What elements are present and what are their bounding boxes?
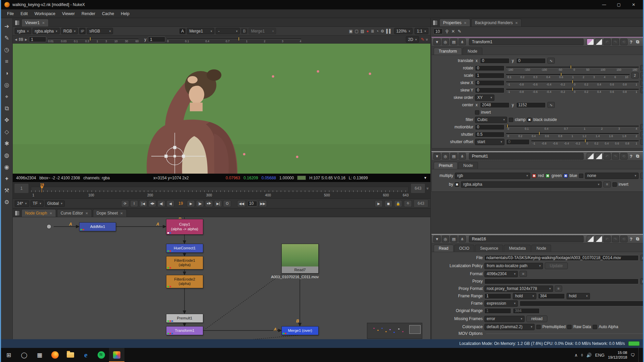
edit-pencil-icon[interactable]: ✎ [458, 29, 461, 34]
search-icon[interactable]: ◯ [16, 348, 32, 362]
toolbar-icon[interactable]: ◉ [1, 162, 12, 173]
collapse-chevron-icon[interactable]: » [425, 38, 430, 41]
tab-close-icon[interactable]: ✕ [42, 21, 45, 25]
record-icon[interactable]: ◼ [384, 200, 392, 207]
undo-icon[interactable]: ↶ [603, 236, 611, 242]
frame-increment-field[interactable]: 10 [247, 201, 257, 206]
proxy-scale-dropdown[interactable]: 1:1▾ [415, 28, 428, 34]
gamma-icon[interactable]: ◔ [376, 29, 379, 34]
localization-policy-dropdown[interactable]: from auto-localize path▾ [484, 263, 543, 269]
menu-item[interactable]: File [4, 10, 17, 17]
tab-node[interactable]: Node [531, 245, 551, 252]
wipe-mode-dropdown[interactable]: -▾ [216, 28, 240, 34]
toolbar-icon[interactable]: ✱ [1, 138, 12, 149]
toolbar-icon[interactable]: ≡ [1, 56, 12, 67]
menu-item[interactable]: Render [78, 10, 99, 17]
node-color-swatch[interactable] [587, 39, 594, 45]
node-read7[interactable]: Read7 [281, 244, 319, 274]
network-icon[interactable]: ⬨ [581, 352, 583, 358]
file-explorer-icon[interactable] [63, 348, 78, 362]
gain-next-icon[interactable]: ▶ [25, 38, 27, 41]
gamma-input[interactable]: 1 [148, 37, 165, 42]
transport-button[interactable]: ▶ [187, 200, 195, 207]
frame-range-in-field[interactable]: 1 [484, 293, 511, 299]
curve-icon[interactable]: ∿ [547, 58, 555, 64]
timeline-out-field[interactable]: 643 [411, 183, 425, 193]
center-node-icon[interactable]: ◎ [442, 153, 449, 160]
gain-slider[interactable]: 0.010.030.10.313103060 [48, 37, 139, 43]
max-panels-field[interactable]: 10 [433, 28, 443, 34]
collapse-icon[interactable]: ▼ [433, 39, 441, 45]
transport-button[interactable]: ◀ [166, 200, 174, 207]
scale-slider[interactable]: 0.10.20.30.40.61234610 [506, 72, 630, 79]
menu-item[interactable]: Workspace [31, 10, 59, 17]
proxy-format-dropdown[interactable]: root.proxy_format 1024x778▾ [484, 286, 553, 292]
node-filtererode2[interactable]: FilterErode2 (alpha) [166, 275, 203, 288]
settings-gear-icon[interactable]: ⚙ [381, 29, 384, 34]
tf-dropdown[interactable]: TF▾ [31, 200, 44, 207]
tab-close-icon[interactable]: ✕ [464, 21, 467, 25]
collapse-icon[interactable]: ▼ [433, 236, 441, 242]
view-mode-dropdown[interactable]: 2D▾ [406, 36, 419, 43]
tab-viewer1[interactable]: Viewer1 ✕ [21, 19, 49, 26]
transport-button[interactable]: ◀| [157, 200, 165, 207]
rotate-field[interactable]: 0 [475, 65, 504, 71]
node-copy1[interactable]: Copy1 (alpha -> alpha) [166, 219, 203, 235]
translate-x-field[interactable]: 0 [480, 58, 509, 64]
curve-icon[interactable]: ∿ [640, 131, 644, 137]
transport-button[interactable]: |▶ [196, 200, 204, 207]
skew-order-dropdown[interactable]: XY▾ [475, 95, 494, 101]
node-filtererode1[interactable]: FilterErode1 (alpha) [166, 256, 203, 269]
center-node-icon[interactable]: ◎ [442, 236, 449, 242]
volume-icon[interactable]: 🔊 [586, 353, 592, 358]
curve-icon[interactable]: ∿ [640, 80, 644, 86]
filter-dropdown[interactable]: Cubic▾ [475, 117, 507, 123]
node-color-swatch[interactable] [587, 236, 594, 242]
node-name-field[interactable]: Read16 [469, 236, 584, 242]
tab-read[interactable]: Read [434, 245, 453, 252]
shutter-offset-slider[interactable]: -1-0.8-0.6-0.4-0.200.20.40.60.81 [531, 138, 639, 145]
menu-item[interactable]: Help [117, 10, 133, 17]
center-node-icon[interactable]: ◎ [442, 39, 449, 45]
menu-item[interactable]: Edit [17, 10, 31, 17]
blue-checkbox[interactable]: ✖ [564, 174, 568, 178]
file-path-field[interactable]: ndamentals/03-TASKS/Keying-walking/foota… [484, 255, 639, 261]
tab-dope-sheet[interactable]: Dope Sheet✕ [93, 209, 127, 217]
menu-item[interactable]: Cache [99, 10, 117, 17]
toolbar-icon[interactable]: ◍ [1, 150, 12, 161]
nuke-taskbar-icon[interactable] [109, 348, 124, 362]
motionblur-slider[interactable]: 00.10.40.71234 [506, 124, 639, 130]
display-mode-dropdown[interactable]: RGB▾ [61, 28, 78, 34]
invert-checkbox[interactable] [475, 110, 479, 115]
viewer-colorspace-dropdown[interactable]: sRGB▾ [87, 28, 113, 34]
menu-item[interactable]: Viewer [59, 10, 78, 17]
toolbar-icon[interactable]: ✦ [1, 173, 12, 184]
monitor-node-icon[interactable]: ▤ [450, 39, 458, 45]
file-browse-icon[interactable]: 🗀 [640, 255, 644, 261]
toolbar-icon[interactable]: ◇ [1, 126, 12, 137]
premult-invert-checkbox[interactable] [612, 182, 617, 187]
gain-input[interactable]: 1 [29, 37, 46, 42]
tab-metadata[interactable]: Metadata [504, 245, 531, 252]
node-transform1[interactable]: Transform1 [166, 326, 203, 335]
translate-y-field[interactable]: 0 [516, 58, 546, 64]
reload-button[interactable]: reload [526, 315, 547, 322]
tab-ocio[interactable]: OCIO [454, 245, 475, 252]
close-button[interactable]: ✕ [626, 0, 641, 9]
node-premult1[interactable]: Premult1 [166, 314, 203, 323]
tab-properties[interactable]: Properties✕ [439, 19, 470, 26]
spotify-icon[interactable] [94, 348, 109, 362]
undo-icon[interactable]: ↶ [603, 153, 611, 160]
tab-premult[interactable]: Premult [434, 162, 458, 169]
collapse-icon[interactable]: ▼ [433, 153, 441, 160]
input-process-toggle[interactable]: IP [79, 28, 86, 34]
tab-background-renders[interactable]: Background Renders✕ [471, 19, 522, 26]
end-frame-field[interactable]: 643 [414, 199, 428, 207]
missing-frames-dropdown[interactable]: error▾ [484, 316, 525, 322]
transport-button[interactable]: ▶| [214, 200, 222, 207]
transport-button[interactable]: |◀ [139, 200, 147, 207]
timeline-chevron-icon[interactable]: » [426, 187, 430, 190]
shutter-offset-field[interactable]: 0 [506, 139, 530, 145]
auto-alpha-checkbox[interactable] [593, 325, 597, 329]
redo-icon[interactable]: ↷ [612, 153, 619, 160]
